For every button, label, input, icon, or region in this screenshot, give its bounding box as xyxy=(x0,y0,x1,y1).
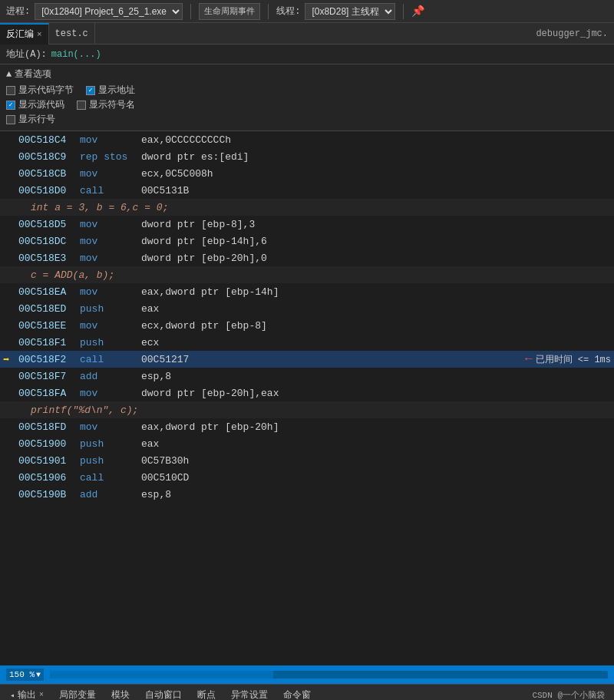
asm-line-3[interactable]: 00C518D0call00C5131B xyxy=(0,182,614,199)
mnem-12: push xyxy=(80,337,141,348)
checkbox-show-src[interactable]: ✓ xyxy=(6,101,15,110)
separator-2 xyxy=(268,4,269,19)
zoom-control[interactable]: 150 % ▼ xyxy=(6,669,44,681)
option-show-sym[interactable]: 显示符号名 xyxy=(77,98,135,111)
operand-1: dword ptr es:[edi] xyxy=(141,151,611,163)
bottom-tab-output[interactable]: ◂ 输出 × xyxy=(3,686,51,701)
pin-icon[interactable]: 📌 xyxy=(411,5,424,18)
mnem-19: push xyxy=(80,455,141,467)
option-show-lineno[interactable]: 显示行号 xyxy=(6,113,55,126)
process-label: 进程: xyxy=(6,5,30,18)
asm-line-7[interactable]: 00C518E3movdword ptr [ebp-20h],0 xyxy=(0,249,614,266)
checkbox-show-addr[interactable]: ✓ xyxy=(86,86,95,95)
operand-13: 00C51217 xyxy=(141,354,516,365)
output-close-icon[interactable]: × xyxy=(39,691,44,699)
bottom-panel: ◂ 输出 × 局部变量 模块 自动窗口 断点 异常设置 命令窗 CSDN @一个… xyxy=(0,684,614,700)
asm-line-21[interactable]: 00C5190Baddesp,8 xyxy=(0,486,614,503)
tab-testc[interactable]: test.c xyxy=(49,23,95,45)
tab-disasm[interactable]: 反汇编 × xyxy=(0,23,49,45)
tab-right-label: debugger_jmc. xyxy=(536,28,614,39)
checkbox-show-bytes[interactable] xyxy=(6,86,15,95)
mnem-10: push xyxy=(80,303,141,315)
asm-line-13[interactable]: ➡00C518F2call00C51217←已用时间 <= 1ms xyxy=(0,351,614,368)
options-row-1: 显示代码字节 ✓ 显示地址 xyxy=(6,84,608,97)
options-title[interactable]: ▲ 查看选项 xyxy=(6,68,608,81)
asm-line-10[interactable]: 00C518EDpusheax xyxy=(0,300,614,317)
status-bar: 150 % ▼ xyxy=(0,665,614,684)
disasm-content: 00C518C4moveax,0CCCCCCCCCh00C518C9rep st… xyxy=(0,131,614,503)
bottom-tab-modules[interactable]: 模块 xyxy=(104,686,137,701)
addr-20: 00C51906 xyxy=(18,472,80,484)
addr-18: 00C51900 xyxy=(18,438,80,450)
options-panel: ▲ 查看选项 显示代码字节 ✓ 显示地址 ✓ 显示源代码 显示符号名 显示行号 xyxy=(0,64,614,131)
operand-6: dword ptr [ebp-14h],6 xyxy=(141,236,611,247)
asm-line-9[interactable]: 00C518EAmoveax,dword ptr [ebp-14h] xyxy=(0,283,614,300)
mnem-18: push xyxy=(80,438,141,450)
horizontal-scrollbar[interactable] xyxy=(50,671,608,679)
asm-line-0[interactable]: 00C518C4moveax,0CCCCCCCCCh xyxy=(0,131,614,148)
addr-21: 00C5190B xyxy=(18,489,80,500)
asm-line-6[interactable]: 00C518DCmovdword ptr [ebp-14h],6 xyxy=(0,233,614,249)
options-collapse-icon: ▲ xyxy=(6,69,12,80)
mnem-7: mov xyxy=(80,253,141,264)
lifecycle-button[interactable]: 生命周期事件 xyxy=(199,3,260,20)
bottom-tab-breakpoints-label: 断点 xyxy=(197,688,216,700)
operand-2: ecx,0C5C008h xyxy=(141,168,611,180)
addr-5: 00C518D5 xyxy=(18,219,80,230)
bottom-tab-output-label: 输出 xyxy=(18,688,36,700)
asm-line-11[interactable]: 00C518EEmovecx,dword ptr [ebp-8] xyxy=(0,317,614,334)
operand-7: dword ptr [ebp-20h],0 xyxy=(141,253,611,264)
output-pin-icon: ◂ xyxy=(10,691,15,700)
option-show-bytes[interactable]: 显示代码字节 xyxy=(6,84,74,97)
option-show-addr[interactable]: ✓ 显示地址 xyxy=(86,84,135,97)
src-line-8: c = ADD(a, b); xyxy=(0,266,614,283)
option-show-sym-label: 显示符号名 xyxy=(89,98,135,111)
bottom-tab-locals[interactable]: 局部变量 xyxy=(52,686,103,701)
asm-line-12[interactable]: 00C518F1pushecx xyxy=(0,334,614,351)
separator-1 xyxy=(190,4,191,19)
operand-14: esp,8 xyxy=(141,371,611,382)
asm-line-18[interactable]: 00C51900pusheax xyxy=(0,435,614,452)
zoom-dropdown-icon[interactable]: ▼ xyxy=(36,671,41,679)
operand-0: eax,0CCCCCCCCCh xyxy=(141,134,611,146)
mnem-9: mov xyxy=(80,286,141,298)
tab-testc-label: test.c xyxy=(55,28,88,39)
disasm-scroll-area[interactable]: 00C518C4moveax,0CCCCCCCCCh00C518C9rep st… xyxy=(0,131,614,665)
process-select[interactable]: [0x12840] Project_6_25_1.exe xyxy=(35,3,183,20)
addr-10: 00C518ED xyxy=(18,303,80,315)
operand-9: eax,dword ptr [ebp-14h] xyxy=(141,286,611,298)
addr-17: 00C518FD xyxy=(18,421,80,433)
mnem-14: add xyxy=(80,371,141,382)
arrow-13: ➡ xyxy=(3,353,18,366)
operand-3: 00C5131B xyxy=(141,185,611,196)
bottom-tab-breakpoints[interactable]: 断点 xyxy=(190,686,223,701)
asm-line-17[interactable]: 00C518FDmoveax,dword ptr [ebp-20h] xyxy=(0,418,614,435)
mnem-11: mov xyxy=(80,320,141,332)
addr-2: 00C518CB xyxy=(18,168,80,180)
asm-line-1[interactable]: 00C518C9rep stosdword ptr es:[edi] xyxy=(0,148,614,165)
asm-line-15[interactable]: 00C518FAmovdword ptr [ebp-20h],eax xyxy=(0,385,614,401)
address-value[interactable]: main(...) xyxy=(51,49,101,60)
thread-select[interactable]: [0x8D28] 主线程 xyxy=(305,3,395,20)
asm-line-20[interactable]: 00C51906call00C510CD xyxy=(0,469,614,486)
addr-3: 00C518D0 xyxy=(18,185,80,196)
bottom-tab-autowin[interactable]: 自动窗口 xyxy=(138,686,189,701)
asm-line-19[interactable]: 00C51901push0C57B30h xyxy=(0,452,614,469)
timing-arrow-13: ← xyxy=(525,352,533,366)
mnem-15: mov xyxy=(80,388,141,399)
asm-line-14[interactable]: 00C518F7addesp,8 xyxy=(0,368,614,385)
option-show-addr-label: 显示地址 xyxy=(98,84,135,97)
option-show-src[interactable]: ✓ 显示源代码 xyxy=(6,98,64,111)
mnem-3: call xyxy=(80,185,141,196)
bottom-tab-exceptions[interactable]: 异常设置 xyxy=(224,686,275,701)
checkbox-show-sym[interactable] xyxy=(77,101,86,110)
bottom-tab-autowin-label: 自动窗口 xyxy=(145,688,182,700)
bottom-tab-cmdwin[interactable]: 命令窗 xyxy=(276,686,318,701)
asm-line-2[interactable]: 00C518CBmovecx,0C5C008h xyxy=(0,165,614,182)
checkbox-show-lineno[interactable] xyxy=(6,115,15,124)
operand-17: eax,dword ptr [ebp-20h] xyxy=(141,421,611,433)
options-row-2: ✓ 显示源代码 显示符号名 xyxy=(6,98,608,111)
asm-line-5[interactable]: 00C518D5movdword ptr [ebp-8],3 xyxy=(0,216,614,233)
tab-disasm-close[interactable]: × xyxy=(37,30,42,39)
bottom-tab-cmdwin-label: 命令窗 xyxy=(283,688,311,700)
